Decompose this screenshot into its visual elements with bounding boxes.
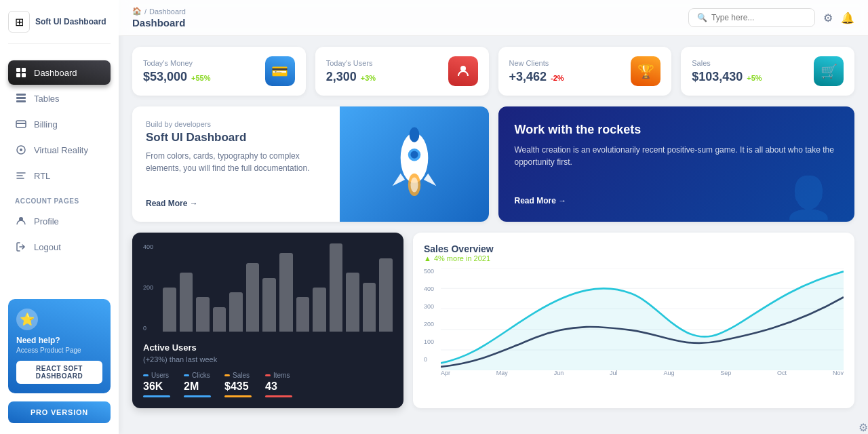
svg-point-18 — [410, 177, 418, 192]
dark-title: Work with the rockets — [515, 123, 839, 137]
users-dot — [143, 374, 149, 376]
help-subtitle: Access Product Page — [16, 347, 102, 354]
promo-card-dark: Work with the rockets Wealth creation is… — [498, 106, 855, 222]
bar-chart-card: 400 200 0 Active Users (+23%) than last … — [132, 233, 403, 408]
chart-subtitle: (+23%) than last week — [143, 355, 393, 363]
help-button[interactable]: REACT SOFT DASHBOARD — [16, 361, 102, 384]
content-area: Today's Money $53,000 +55% 💳 Today's Use… — [119, 36, 868, 434]
stat-icon-money: 💳 — [265, 56, 295, 86]
svg-point-16 — [409, 127, 419, 142]
stat-value-users: 2,300 — [326, 70, 357, 84]
sales-value: $435 — [224, 380, 252, 393]
y-axis: 400 200 0 — [143, 243, 157, 332]
promo-read-more[interactable]: Read More → — [146, 199, 326, 208]
logo-icon: ⊞ — [8, 11, 30, 33]
bars-container — [163, 243, 393, 332]
topbar: 🏠 / Dashboard Dashboard 🔍 ⚙ 🔔 — [119, 0, 868, 36]
stat-info-sales: Sales $103,430 +5% — [692, 59, 762, 84]
promo-inner: Build by developers Soft UI Dashboard Fr… — [132, 106, 489, 222]
nav-rtl[interactable]: RTL — [8, 163, 111, 188]
y-200: 200 — [424, 321, 441, 328]
stat-label-money: Today's Money — [143, 59, 211, 67]
stat-info-money: Today's Money $53,000 +55% — [143, 59, 211, 84]
lc-x-labels: Apr May Jun Jul Aug Sep Oct Nov — [441, 370, 844, 376]
dark-read-more[interactable]: Read More → — [515, 196, 839, 205]
stat-card-money: Today's Money $53,000 +55% 💳 — [132, 47, 306, 96]
line-chart-area: 500 400 300 200 100 0 — [424, 268, 844, 376]
users-label: Users — [151, 372, 169, 379]
x-jun: Jun — [554, 370, 564, 376]
x-oct: Oct — [777, 370, 787, 376]
y-300: 300 — [424, 303, 441, 310]
nav-tables[interactable]: Tables — [8, 86, 111, 111]
breadcrumb-link: Dashboard — [149, 7, 186, 16]
metric-sales: Sales $435 — [224, 372, 252, 397]
svg-point-12 — [460, 66, 466, 71]
bar — [279, 253, 293, 332]
lc-y-labels: 500 400 300 200 100 0 — [424, 268, 441, 363]
stat-change-money: +55% — [191, 74, 210, 82]
y-100: 100 — [424, 338, 441, 345]
bar — [363, 283, 376, 332]
svg-rect-1 — [22, 68, 26, 72]
stat-card-clients: New Clients +3,462 -2% 🏆 — [498, 47, 672, 96]
nav-label-vr: Virtual Reality — [34, 145, 88, 155]
pro-version-button[interactable]: PRO VERSION — [8, 401, 111, 423]
metric-users: Users 36K — [143, 372, 170, 397]
tables-icon — [15, 92, 27, 104]
nav-label-tables: Tables — [34, 94, 60, 104]
breadcrumb-path: 🏠 / Dashboard — [132, 7, 186, 16]
stat-info-clients: New Clients +3,462 -2% — [509, 59, 564, 84]
clicks-value: 2M — [184, 380, 211, 393]
stat-value-money: $53,000 — [143, 70, 187, 84]
nav-profile[interactable]: Profile — [8, 209, 111, 233]
y-label-0: 0 — [143, 325, 153, 332]
help-star-icon: ⭐ — [16, 309, 38, 330]
svg-rect-0 — [16, 68, 20, 72]
svg-rect-2 — [16, 73, 20, 77]
promo-title: Soft UI Dashboard — [146, 131, 326, 144]
stat-card-users: Today's Users 2,300 +3% — [315, 47, 489, 96]
nav-virtual-reality[interactable]: Virtual Reality — [8, 138, 111, 162]
line-chart-title: Sales Overview — [424, 243, 844, 254]
bar — [313, 288, 326, 332]
trend-up-icon: ▲ — [424, 254, 431, 262]
x-aug: Aug — [663, 370, 674, 376]
home-icon: 🏠 — [132, 7, 142, 16]
stat-icon-clients: 🏆 — [631, 56, 660, 86]
x-apr: Apr — [441, 370, 450, 376]
help-card: ⭐ Need help? Access Product Page REACT S… — [8, 299, 111, 393]
gear-bottom-icon[interactable]: ⚙ — [859, 421, 868, 434]
svg-point-10 — [20, 149, 22, 151]
bar — [213, 307, 226, 332]
nav-billing[interactable]: Billing — [8, 112, 111, 136]
stat-value-sales: $103,430 — [692, 70, 743, 84]
stat-label-sales: Sales — [692, 59, 762, 67]
clicks-line — [184, 395, 211, 397]
charts-row: 400 200 0 Active Users (+23%) than last … — [132, 233, 854, 408]
stat-label-clients: New Clients — [509, 59, 564, 67]
search-input[interactable] — [711, 13, 806, 22]
line-chart-card: Sales Overview ▲ 4% more in 2021 500 400… — [413, 233, 854, 408]
billing-icon — [15, 118, 27, 130]
gear-icon[interactable]: ⚙ — [823, 12, 833, 24]
users-value: 36K — [143, 380, 170, 393]
nav-dashboard[interactable]: Dashboard — [8, 60, 111, 85]
y-400: 400 — [424, 285, 441, 292]
stat-change-clients: -2% — [551, 74, 564, 82]
sidebar-bottom: ⭐ Need help? Access Product Page REACT S… — [8, 299, 111, 423]
app-name: Soft UI Dashboard — [35, 17, 106, 26]
y-0: 0 — [424, 356, 441, 363]
chart-stats: Active Users (+23%) than last week Users… — [143, 342, 393, 397]
nav-logout[interactable]: Logout — [8, 235, 111, 259]
nav-label-rtl: RTL — [34, 171, 50, 181]
bar — [379, 258, 393, 332]
bell-icon[interactable]: 🔔 — [841, 12, 854, 24]
y-label-200: 200 — [143, 284, 153, 291]
chart-metrics: Users 36K Clicks 2M Sales $435 — [143, 372, 393, 397]
sales-line — [224, 395, 252, 397]
logout-icon — [15, 241, 27, 253]
bar — [262, 278, 276, 332]
stat-change-sales: +5% — [747, 74, 762, 82]
x-may: May — [496, 370, 508, 376]
